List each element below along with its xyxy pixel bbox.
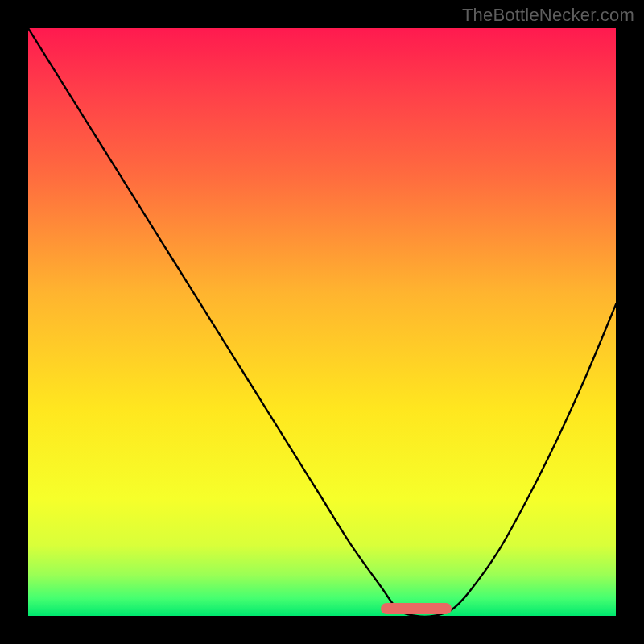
curve-layer (28, 28, 616, 616)
bottleneck-curve (28, 28, 616, 616)
chart-container: TheBottleNecker.com (0, 0, 644, 644)
optimal-range-marker (381, 603, 452, 614)
plot-area (28, 28, 616, 616)
watermark: TheBottleNecker.com (462, 5, 634, 26)
